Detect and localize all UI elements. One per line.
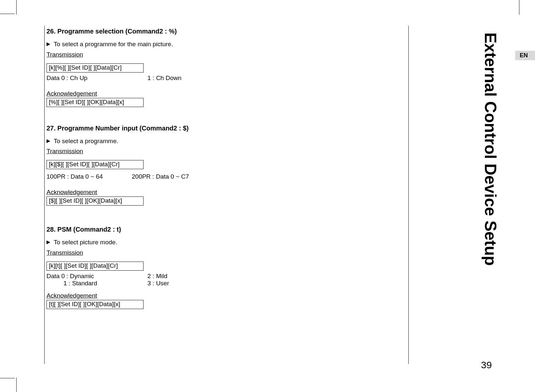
ack-label: Acknowledgement — [47, 292, 97, 299]
section-desc: To select a programme for the main pictu… — [54, 40, 173, 48]
data-left: Data 0 : Ch Up — [47, 74, 147, 82]
data-right: 3 : User — [147, 280, 169, 287]
data-right: 200PR : Data 0 ~ C7 — [132, 173, 189, 180]
crop-mark — [16, 0, 17, 15]
section-desc-row: ▶ To select picture mode. — [47, 238, 402, 247]
data-right: 1 : Ch Down — [147, 74, 182, 82]
crop-mark — [16, 377, 17, 392]
crop-mark — [519, 0, 519, 15]
crop-mark — [0, 14, 15, 14]
transmission-label: Transmission — [47, 249, 83, 256]
ack-command: [$][ ][Set ID][ ][OK][Data][x] — [47, 196, 144, 206]
section-desc: To select a programme. — [54, 137, 118, 145]
ack-command: [%][ ][Set ID][ ][OK][Data][x] — [47, 98, 144, 107]
triangle-icon: ▶ — [47, 239, 50, 245]
crop-mark — [0, 378, 15, 378]
section-26: 26. Programme selection (Command2 : %) ▶… — [47, 28, 402, 107]
data-row: 1 : Standard 3 : User — [47, 280, 402, 287]
transmission-label: Transmission — [47, 51, 83, 58]
content-column: 26. Programme selection (Command2 : %) ▶… — [44, 26, 409, 364]
transmission-command: [k][%][ ][Set ID][ ][Data][Cr] — [47, 63, 144, 73]
section-28: 28. PSM (Command2 : t) ▶ To select pictu… — [47, 226, 402, 309]
data-row: Data 0 : Ch Up 1 : Ch Down — [47, 74, 402, 82]
section-desc: To select picture mode. — [54, 238, 117, 247]
triangle-icon: ▶ — [47, 138, 50, 144]
transmission-command: [k][$][ ][Set ID][ ][Data][Cr] — [47, 160, 144, 169]
section-27: 27. Programme Number input (Command2 : $… — [47, 125, 402, 206]
section-title: 28. PSM (Command2 : t) — [47, 226, 402, 233]
data-row: 100PR : Data 0 ~ 64 200PR : Data 0 ~ C7 — [47, 173, 402, 180]
section-title: 27. Programme Number input (Command2 : $… — [47, 125, 402, 132]
data-left: Data 0 : Dynamic — [47, 273, 147, 280]
ack-label: Acknowledgement — [47, 90, 97, 97]
transmission-command: [k][t][ ][Set ID][ ][Data][Cr] — [47, 262, 144, 271]
page-side-title: External Control Device Setup — [481, 33, 500, 266]
ack-label: Acknowledgement — [47, 189, 97, 196]
transmission-label: Transmission — [47, 148, 83, 155]
ack-command: [t][ ][Set ID][ ][OK][Data][x] — [47, 300, 144, 309]
data-right: 2 : Mild — [147, 273, 167, 280]
data-left: 1 : Standard — [47, 280, 147, 287]
section-title: 26. Programme selection (Command2 : %) — [47, 28, 402, 35]
data-left: 100PR : Data 0 ~ 64 — [47, 173, 132, 180]
section-desc-row: ▶ To select a programme. — [47, 137, 402, 145]
data-row: Data 0 : Dynamic 2 : Mild — [47, 273, 402, 280]
triangle-icon: ▶ — [47, 41, 50, 47]
language-tab: EN — [515, 51, 535, 60]
page-number: 39 — [481, 359, 492, 371]
section-desc-row: ▶ To select a programme for the main pic… — [47, 40, 402, 48]
